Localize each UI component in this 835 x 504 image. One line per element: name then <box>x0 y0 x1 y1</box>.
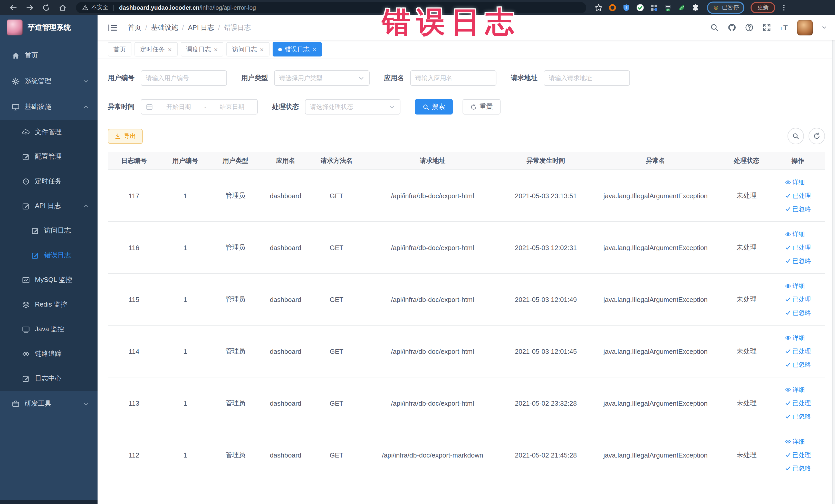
breadcrumb-item[interactable]: 基础设施 <box>151 23 178 32</box>
page-scrollbar[interactable] <box>832 15 835 504</box>
fullscreen-icon[interactable] <box>762 23 771 32</box>
help-icon[interactable] <box>745 23 753 32</box>
browser-update-button[interactable]: 更新 <box>751 2 775 13</box>
refresh-table-button[interactable] <box>808 128 825 144</box>
leaf-extension-icon[interactable] <box>678 3 686 12</box>
action-详细[interactable]: 详细 <box>785 176 805 189</box>
chevron-down-icon[interactable] <box>821 25 827 30</box>
sidebar-item-11[interactable]: Java 监控 <box>0 317 98 341</box>
sidebar-item-13[interactable]: 日志中心 <box>0 366 98 391</box>
action-详细[interactable]: 详细 <box>785 228 805 241</box>
back-icon[interactable] <box>9 3 18 12</box>
action-已忽略[interactable]: 已忽略 <box>785 203 811 216</box>
sidebar-item-6[interactable]: API 日志 <box>0 194 98 218</box>
blue-shield-extension-icon[interactable] <box>622 3 630 12</box>
show-search-button[interactable] <box>787 128 804 144</box>
action-已忽略[interactable]: 已忽略 <box>785 255 811 267</box>
switch-on-extension-icon[interactable]: on <box>664 3 672 12</box>
gear-icon <box>12 77 20 85</box>
action-已处理[interactable]: 已处理 <box>785 293 811 306</box>
export-button[interactable]: 导出 <box>108 129 143 143</box>
search-button[interactable]: 搜索 <box>415 99 453 115</box>
tab-4[interactable]: 错误日志× <box>272 42 322 57</box>
action-已忽略[interactable]: 已忽略 <box>785 410 811 423</box>
action-已处理[interactable]: 已处理 <box>785 397 811 409</box>
action-详细[interactable]: 详细 <box>785 331 805 344</box>
action-已处理[interactable]: 已处理 <box>785 189 811 202</box>
process-status-select[interactable]: 请选择处理状态 <box>305 99 401 115</box>
action-已处理[interactable]: 已处理 <box>785 241 811 254</box>
bookmark-star-icon[interactable] <box>594 3 603 12</box>
row-actions: 详细已处理已忽略 <box>785 280 811 319</box>
sidebar-item-2[interactable]: 基础设施 <box>0 94 98 120</box>
sidebar-item-8[interactable]: 错误日志 <box>0 243 98 267</box>
action-已忽略[interactable]: 已忽略 <box>785 462 811 475</box>
reset-button[interactable]: 重置 <box>463 99 501 115</box>
close-icon[interactable]: × <box>313 46 317 53</box>
sidebar-item-1[interactable]: 系统管理 <box>0 68 98 94</box>
cell-exception: java.lang.IllegalArgumentException <box>589 222 722 274</box>
sidebar-item-3[interactable]: 文件管理 <box>0 120 98 144</box>
close-icon[interactable]: × <box>168 46 172 53</box>
text-size-icon[interactable]: TT <box>779 23 788 32</box>
green-check-extension-icon[interactable] <box>636 3 644 12</box>
edit-square-icon <box>22 153 30 160</box>
calendar-icon <box>146 103 153 110</box>
sidebar-collapse-bar[interactable] <box>0 500 98 504</box>
sidebar-item-12[interactable]: 链路追踪 <box>0 341 98 366</box>
forward-icon[interactable] <box>26 3 34 12</box>
sidebar-item-5[interactable]: 定时任务 <box>0 169 98 194</box>
kebab-menu-icon[interactable] <box>780 3 788 12</box>
row-actions: 详细已处理已忽略 <box>785 383 811 423</box>
search-icon[interactable] <box>710 23 718 32</box>
browser-home-icon[interactable] <box>59 3 67 12</box>
sidebar-item-7[interactable]: 访问日志 <box>0 218 98 243</box>
exception-time-range-picker[interactable]: 开始日期 - 结束日期 <box>141 99 258 115</box>
cell-user_id: 1 <box>160 325 210 377</box>
address-bar[interactable]: 不安全 dashboard.yudao.iocoder.cn/infra/log… <box>76 2 586 13</box>
action-已忽略[interactable]: 已忽略 <box>785 306 811 319</box>
breadcrumb-item[interactable]: 错误日志 <box>224 23 251 32</box>
tab-3[interactable]: 访问日志× <box>226 42 269 57</box>
tab-1[interactable]: 定时任务× <box>135 42 177 57</box>
tab-0[interactable]: 首页 <box>108 42 131 57</box>
sidebar-item-9[interactable]: MySQL 监控 <box>0 267 98 292</box>
github-icon[interactable] <box>727 23 736 32</box>
sidebar-item-10[interactable]: Redis 监控 <box>0 292 98 317</box>
menu-fold-icon[interactable] <box>108 23 118 32</box>
orange-ring-extension-icon[interactable] <box>608 3 616 12</box>
app-name-input[interactable] <box>410 70 496 86</box>
breadcrumb-separator: / <box>218 24 220 31</box>
puzzle-extensions-icon[interactable] <box>692 3 700 12</box>
process-status-label: 处理状态 <box>272 102 299 112</box>
app-logo[interactable]: 芋道管理系统 <box>0 15 98 40</box>
sidebar-item-4[interactable]: 配置管理 <box>0 144 98 169</box>
cell-status: 未处理 <box>722 325 771 377</box>
reload-icon[interactable] <box>42 3 50 12</box>
sidebar-item-14[interactable]: 研发工具 <box>0 391 98 417</box>
cell-time: 2021-05-02 21:45:28 <box>503 429 589 481</box>
cell-op: 详细已处理已忽略 <box>771 274 825 325</box>
action-已处理[interactable]: 已处理 <box>785 448 811 461</box>
close-icon[interactable]: × <box>214 46 218 53</box>
action-详细[interactable]: 详细 <box>785 383 805 396</box>
grid-extension-icon[interactable] <box>650 3 658 12</box>
action-详细[interactable]: 详细 <box>785 435 805 448</box>
tab-2[interactable]: 调度日志× <box>180 42 223 57</box>
request-url-input[interactable] <box>544 70 630 86</box>
svg-text:T: T <box>783 24 788 32</box>
action-已忽略[interactable]: 已忽略 <box>785 358 811 371</box>
action-label: 详细 <box>792 176 805 189</box>
user-id-input[interactable] <box>141 70 227 86</box>
user-type-select[interactable]: 请选择用户类型 <box>274 70 370 86</box>
breadcrumb-item[interactable]: 首页 <box>128 23 141 32</box>
user-avatar[interactable] <box>797 20 812 35</box>
profile-paused-chip[interactable]: ☺ 已暂停 <box>707 1 745 14</box>
action-label: 已忽略 <box>792 462 811 475</box>
cell-status: 未处理 <box>722 222 771 274</box>
breadcrumb-item[interactable]: API 日志 <box>188 23 214 32</box>
close-icon[interactable]: × <box>260 46 264 53</box>
action-已处理[interactable]: 已处理 <box>785 345 811 358</box>
action-详细[interactable]: 详细 <box>785 280 805 293</box>
sidebar-item-0[interactable]: 首页 <box>0 43 98 68</box>
